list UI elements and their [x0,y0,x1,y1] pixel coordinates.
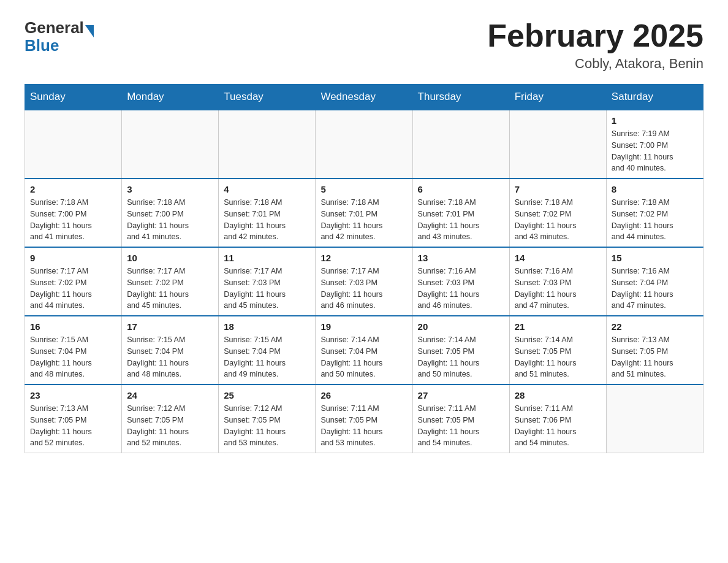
calendar-week-4: 23Sunrise: 7:13 AMSunset: 7:05 PMDayligh… [25,385,703,453]
day-info: Sunrise: 7:13 AMSunset: 7:05 PMDaylight:… [612,334,698,380]
calendar-cell: 9Sunrise: 7:17 AMSunset: 7:02 PMDaylight… [25,247,122,316]
day-info: Sunrise: 7:17 AMSunset: 7:03 PMDaylight:… [320,266,407,312]
calendar-cell [606,385,703,453]
day-info: Sunrise: 7:16 AMSunset: 7:04 PMDaylight:… [612,266,698,312]
calendar-week-0: 1Sunrise: 7:19 AMSunset: 7:00 PMDaylight… [25,110,703,178]
logo-general-text: General [25,18,84,37]
day-info: Sunrise: 7:19 AMSunset: 7:00 PMDaylight:… [612,128,698,174]
day-info: Sunrise: 7:11 AMSunset: 7:06 PMDaylight:… [515,403,601,449]
day-header-friday: Friday [509,85,606,110]
calendar-cell: 11Sunrise: 7:17 AMSunset: 7:03 PMDayligh… [219,247,316,316]
calendar-cell: 23Sunrise: 7:13 AMSunset: 7:05 PMDayligh… [25,385,122,453]
calendar-week-1: 2Sunrise: 7:18 AMSunset: 7:00 PMDaylight… [25,178,703,247]
day-number: 14 [515,253,601,263]
day-header-monday: Monday [122,85,219,110]
day-number: 6 [418,184,504,194]
day-header-row: SundayMondayTuesdayWednesdayThursdayFrid… [25,85,703,110]
day-info: Sunrise: 7:11 AMSunset: 7:05 PMDaylight:… [418,403,504,449]
day-info: Sunrise: 7:16 AMSunset: 7:03 PMDaylight:… [418,266,504,312]
calendar-cell: 13Sunrise: 7:16 AMSunset: 7:03 PMDayligh… [412,247,509,316]
day-info: Sunrise: 7:15 AMSunset: 7:04 PMDaylight:… [30,334,116,380]
calendar-cell: 26Sunrise: 7:11 AMSunset: 7:05 PMDayligh… [316,385,412,453]
day-header-sunday: Sunday [25,85,122,110]
page-header: General Blue February 2025 Cobly, Atakor… [25,18,703,72]
calendar-cell: 12Sunrise: 7:17 AMSunset: 7:03 PMDayligh… [316,247,412,316]
calendar-cell [219,110,316,178]
day-number: 15 [612,253,698,263]
day-info: Sunrise: 7:15 AMSunset: 7:04 PMDaylight:… [127,334,213,380]
day-info: Sunrise: 7:16 AMSunset: 7:03 PMDaylight:… [515,266,601,312]
day-info: Sunrise: 7:17 AMSunset: 7:03 PMDaylight:… [224,266,310,312]
title-block: February 2025 Cobly, Atakora, Benin [487,18,703,72]
logo-arrow-icon [85,25,94,37]
calendar-cell: 25Sunrise: 7:12 AMSunset: 7:05 PMDayligh… [219,385,316,453]
day-info: Sunrise: 7:14 AMSunset: 7:04 PMDaylight:… [320,334,407,380]
day-info: Sunrise: 7:12 AMSunset: 7:05 PMDaylight:… [127,403,213,449]
calendar-cell: 6Sunrise: 7:18 AMSunset: 7:01 PMDaylight… [412,178,509,247]
calendar-cell: 19Sunrise: 7:14 AMSunset: 7:04 PMDayligh… [316,316,412,385]
day-info: Sunrise: 7:11 AMSunset: 7:05 PMDaylight:… [320,403,407,449]
day-number: 18 [224,321,310,332]
calendar-cell: 3Sunrise: 7:18 AMSunset: 7:00 PMDaylight… [122,178,219,247]
day-number: 13 [418,253,504,263]
day-number: 12 [320,253,407,263]
calendar-cell: 1Sunrise: 7:19 AMSunset: 7:00 PMDaylight… [606,110,703,178]
calendar-cell: 2Sunrise: 7:18 AMSunset: 7:00 PMDaylight… [25,178,122,247]
calendar-cell [122,110,219,178]
day-info: Sunrise: 7:17 AMSunset: 7:02 PMDaylight:… [30,266,116,312]
calendar-week-3: 16Sunrise: 7:15 AMSunset: 7:04 PMDayligh… [25,316,703,385]
day-info: Sunrise: 7:18 AMSunset: 7:02 PMDaylight:… [612,197,698,243]
month-title: February 2025 [487,18,703,53]
day-number: 5 [320,184,407,194]
calendar-cell: 27Sunrise: 7:11 AMSunset: 7:05 PMDayligh… [412,385,509,453]
day-info: Sunrise: 7:12 AMSunset: 7:05 PMDaylight:… [224,403,310,449]
day-number: 23 [30,390,116,400]
calendar-week-2: 9Sunrise: 7:17 AMSunset: 7:02 PMDaylight… [25,247,703,316]
calendar-cell: 15Sunrise: 7:16 AMSunset: 7:04 PMDayligh… [606,247,703,316]
day-number: 28 [515,390,601,400]
day-info: Sunrise: 7:15 AMSunset: 7:04 PMDaylight:… [224,334,310,380]
day-info: Sunrise: 7:18 AMSunset: 7:02 PMDaylight:… [515,197,601,243]
day-number: 4 [224,184,310,194]
calendar-cell: 21Sunrise: 7:14 AMSunset: 7:05 PMDayligh… [509,316,606,385]
calendar-cell [316,110,412,178]
day-info: Sunrise: 7:18 AMSunset: 7:00 PMDaylight:… [127,197,213,243]
logo: General Blue [25,18,94,53]
calendar-cell [412,110,509,178]
calendar-cell: 28Sunrise: 7:11 AMSunset: 7:06 PMDayligh… [509,385,606,453]
day-header-saturday: Saturday [606,85,703,110]
logo-blue-text: Blue [25,37,94,53]
day-info: Sunrise: 7:13 AMSunset: 7:05 PMDaylight:… [30,403,116,449]
location-title: Cobly, Atakora, Benin [487,56,703,72]
day-info: Sunrise: 7:18 AMSunset: 7:01 PMDaylight:… [320,197,407,243]
day-number: 7 [515,184,601,194]
calendar-cell: 24Sunrise: 7:12 AMSunset: 7:05 PMDayligh… [122,385,219,453]
calendar-cell: 5Sunrise: 7:18 AMSunset: 7:01 PMDaylight… [316,178,412,247]
calendar-cell: 14Sunrise: 7:16 AMSunset: 7:03 PMDayligh… [509,247,606,316]
calendar-cell: 18Sunrise: 7:15 AMSunset: 7:04 PMDayligh… [219,316,316,385]
calendar-table: SundayMondayTuesdayWednesdayThursdayFrid… [25,84,703,453]
calendar-cell [509,110,606,178]
day-header-thursday: Thursday [412,85,509,110]
calendar-cell: 20Sunrise: 7:14 AMSunset: 7:05 PMDayligh… [412,316,509,385]
day-info: Sunrise: 7:18 AMSunset: 7:01 PMDaylight:… [418,197,504,243]
day-info: Sunrise: 7:17 AMSunset: 7:02 PMDaylight:… [127,266,213,312]
calendar-cell [25,110,122,178]
day-number: 27 [418,390,504,400]
day-number: 11 [224,253,310,263]
day-number: 25 [224,390,310,400]
day-info: Sunrise: 7:18 AMSunset: 7:00 PMDaylight:… [30,197,116,243]
calendar-cell: 8Sunrise: 7:18 AMSunset: 7:02 PMDaylight… [606,178,703,247]
logo-wrapper: General Blue [25,18,94,53]
day-info: Sunrise: 7:18 AMSunset: 7:01 PMDaylight:… [224,197,310,243]
day-header-wednesday: Wednesday [316,85,412,110]
day-header-tuesday: Tuesday [219,85,316,110]
day-number: 8 [612,184,698,194]
day-number: 20 [418,321,504,332]
day-number: 26 [320,390,407,400]
day-number: 3 [127,184,213,194]
calendar-cell: 10Sunrise: 7:17 AMSunset: 7:02 PMDayligh… [122,247,219,316]
day-number: 9 [30,253,116,263]
day-number: 17 [127,321,213,332]
day-number: 16 [30,321,116,332]
